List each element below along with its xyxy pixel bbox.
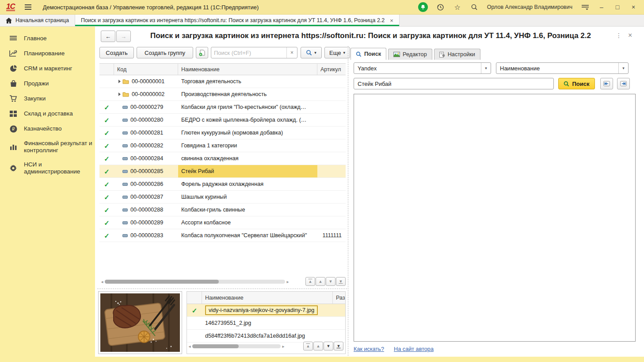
col-file-size[interactable]: Раз — [333, 292, 345, 304]
table-row[interactable]: ✓ 00-00000286 Форель радужная охлажденна… — [99, 178, 346, 191]
scroll-right-icon[interactable]: ▸ — [285, 279, 290, 284]
table-row-group[interactable]: 00-00000001 Торговая деятельность — [99, 75, 346, 88]
tab-home[interactable]: Начальная страница — [0, 15, 75, 26]
sidebar-item-treasury[interactable]: ₽ Казначейство — [0, 121, 95, 136]
sidebar-item-main[interactable]: Главное — [0, 31, 95, 46]
go-prev-button[interactable]: ▲ — [316, 277, 325, 286]
files-table: Наименование Раз ✓ vidy-i-nazvaniya-stej… — [187, 291, 346, 354]
expand-triangle-icon[interactable] — [118, 80, 121, 83]
table-row[interactable]: ✓ 00-00000288 Колбаски-гриль свинные — [99, 204, 346, 216]
table-row[interactable]: ✓ 00-00000283 Колбаса полукопченая "Серв… — [99, 229, 346, 242]
maximize-button[interactable]: □ — [614, 4, 621, 11]
notifications-bell-icon[interactable] — [418, 2, 428, 12]
query-input[interactable] — [354, 78, 554, 89]
scroll-right-icon[interactable]: ▸ — [281, 344, 286, 349]
col-name[interactable]: Наименование — [178, 64, 317, 75]
prev-image-button[interactable] — [600, 78, 613, 89]
current-user[interactable]: Орлов Александр Владимирович — [487, 4, 572, 10]
clear-search-icon[interactable]: × — [286, 47, 297, 58]
horizontal-splitter[interactable] — [97, 289, 347, 289]
table-row[interactable]: ✓ 00-00000281 Глютен кукурузный (кормова… — [99, 127, 346, 139]
sidebar-item-crm[interactable]: CRM и маркетинг — [0, 61, 95, 76]
table-row-group[interactable]: 00-00000002 Производственная деятельност… — [99, 88, 346, 101]
table-row[interactable]: ✓ 00-00000284 свинина охлажденная — [99, 152, 346, 165]
table-row[interactable]: ✓ 00-00000289 Ассорти колбасное — [99, 216, 346, 229]
search-engine-select[interactable]: Yandex ▾ — [354, 62, 491, 74]
how-to-search-link[interactable]: Как искать? — [354, 346, 384, 352]
table-row[interactable]: ✓ 00-00000287 Шашлык куриный — [99, 191, 346, 204]
image-preview[interactable] — [98, 291, 182, 354]
next-image-button[interactable] — [617, 78, 630, 89]
back-button[interactable]: ← — [101, 31, 115, 42]
go-next-button[interactable]: ▼ — [324, 342, 333, 350]
go-first-button[interactable]: ▲ — [305, 277, 315, 286]
scrollbar-thumb[interactable] — [192, 344, 239, 348]
sidebar-item-sales[interactable]: Продажи — [0, 76, 95, 91]
item-icon — [122, 106, 128, 109]
copy-item-button[interactable] — [196, 47, 208, 58]
table-row-selected[interactable]: ✓ 00-00000285 Стейк Рибай — [99, 165, 346, 178]
col-selected[interactable] — [99, 64, 114, 75]
col-code[interactable]: Код — [114, 64, 178, 75]
main-menu-icon[interactable] — [25, 4, 31, 10]
create-group-button[interactable]: Создать группу — [137, 47, 193, 58]
expand-triangle-icon[interactable] — [118, 92, 121, 96]
go-prev-button[interactable]: ▲ — [313, 342, 323, 350]
tab-editor[interactable]: Редактор — [388, 49, 432, 60]
create-button[interactable]: Создать — [99, 47, 134, 58]
go-next-button[interactable]: ▼ — [326, 277, 335, 286]
go-last-button[interactable]: ▼ — [336, 277, 346, 286]
search-field-select[interactable]: Наименование ▾ — [496, 62, 629, 74]
window-title: Демонстрационная база / Управление торго… — [43, 4, 259, 11]
service-menu-icon[interactable] — [581, 3, 589, 11]
search-options-button[interactable]: ▾ — [301, 47, 322, 58]
more-button[interactable]: Еще ▾ — [324, 47, 350, 58]
scrollbar-track[interactable] — [192, 344, 281, 348]
sidebar-item-finance[interactable]: Финансовый результат и контроллинг — [0, 136, 95, 158]
files-row-nav: ▲ ▲ ▼ ▼ — [303, 342, 343, 350]
forward-button[interactable]: → — [116, 31, 131, 42]
sidebar-item-warehouse[interactable]: Склад и доставка — [0, 106, 95, 121]
page-menu-dots-icon[interactable]: ⋮ — [616, 32, 622, 39]
author-site-link[interactable]: На сайт автора — [394, 346, 434, 352]
folder-icon — [122, 92, 129, 97]
dropdown-arrow-icon[interactable]: ▾ — [618, 63, 628, 73]
global-search-icon[interactable] — [470, 3, 478, 11]
item-icon — [122, 157, 128, 160]
favorites-star-icon[interactable]: ☆ — [453, 3, 461, 11]
table-row[interactable]: ✓ 00-00000280 БЕДРО с кожей цыпленка-бро… — [99, 114, 346, 127]
sidebar-item-purchases[interactable]: Закупки — [0, 91, 95, 106]
close-window-button[interactable]: × — [630, 4, 637, 11]
minimize-button[interactable]: – — [598, 4, 605, 11]
tab-image-search[interactable]: Поиск и загрузка картинок из интернета h… — [75, 15, 400, 26]
col-file-name[interactable]: Наименование — [202, 292, 333, 304]
sidebar-item-admin[interactable]: НСИ и администрирование — [0, 158, 95, 179]
dropdown-arrow-icon[interactable]: ▾ — [481, 63, 491, 73]
file-row-selected[interactable]: ✓ vidy-i-nazvaniya-stejkov-iz-govyadiny-… — [187, 304, 345, 317]
go-last-button[interactable]: ▼ — [334, 342, 343, 350]
scroll-left-icon[interactable]: ◂ — [187, 344, 192, 349]
go-first-button[interactable]: ▲ — [303, 342, 313, 350]
tab-search[interactable]: Поиск — [351, 48, 386, 60]
col-selected[interactable] — [187, 292, 202, 304]
vertical-splitter[interactable] — [348, 46, 348, 356]
col-article[interactable]: Артикул — [317, 64, 346, 75]
file-row[interactable]: 1462739551_2.jpg — [187, 317, 345, 330]
page-close-icon[interactable]: × — [628, 31, 632, 39]
table-row[interactable]: ✓ 00-00000282 Говядина 1 категории — [99, 139, 346, 152]
sidebar-item-planning[interactable]: Планирование — [0, 46, 95, 61]
scrollbar-thumb[interactable] — [105, 280, 219, 284]
history-icon[interactable] — [437, 3, 445, 11]
tab-image-search-label: Поиск и загрузка картинок из интернета h… — [81, 17, 385, 23]
scroll-left-icon[interactable]: ◂ — [99, 279, 105, 284]
catalog-search-input[interactable] — [211, 50, 286, 56]
tab-settings[interactable]: Настройки — [434, 49, 480, 60]
tab-close-icon[interactable]: × — [390, 17, 393, 24]
catalog-hscrollbar: ◂ ▸ ▲ ▲ ▼ ▼ — [99, 277, 346, 286]
search-button[interactable]: Поиск — [558, 78, 595, 89]
file-row[interactable]: d584ff23f6b72413d8cfa7a1e8dd16af.jpg — [187, 330, 345, 343]
item-icon — [122, 183, 128, 186]
scrollbar-track[interactable] — [105, 280, 285, 284]
table-row[interactable]: ✓ 00-00000279 Колбаски для гриля "По-кре… — [99, 101, 346, 114]
menu-lines-icon — [9, 35, 18, 42]
